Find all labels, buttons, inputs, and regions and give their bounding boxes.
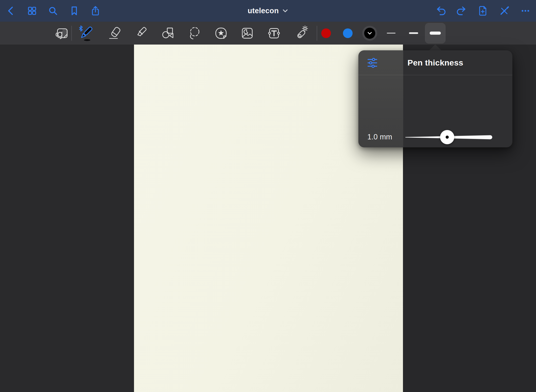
pen-tool-button[interactable]	[75, 23, 96, 44]
image-tool-button[interactable]	[237, 23, 258, 44]
highlighter-tool-button[interactable]	[130, 23, 151, 44]
chevron-down-icon	[367, 31, 372, 35]
stylus-disabled-button[interactable]	[496, 3, 512, 19]
pen-thickness-controls: 1.0 mm	[358, 75, 512, 123]
app-screen: utelecon	[0, 0, 536, 392]
thickness-thick-button-selected[interactable]	[425, 23, 446, 44]
zoom-window-icon	[54, 25, 70, 41]
search-icon	[48, 6, 58, 16]
pen-thickness-value: 1.0 mm	[367, 133, 392, 141]
lasso-icon	[187, 25, 202, 41]
popover-header: Pen thickness	[358, 50, 512, 75]
canvas-background-left	[0, 45, 134, 392]
medium-line-icon	[409, 32, 418, 34]
black-color-circle	[364, 28, 375, 39]
popover-arrow	[429, 44, 442, 51]
eraser-icon	[107, 25, 123, 41]
laser-pointer-icon	[293, 25, 309, 41]
redo-icon	[456, 5, 467, 16]
sticker-star-icon	[213, 25, 229, 41]
pen-icon	[77, 25, 94, 42]
text-icon	[266, 25, 282, 41]
image-icon	[239, 25, 255, 41]
highlighter-icon	[132, 25, 148, 41]
chevron-left-icon	[6, 6, 16, 16]
ellipsis-icon	[520, 5, 531, 16]
bookmark-button[interactable]	[67, 3, 82, 19]
pen-thickness-slider[interactable]	[405, 123, 496, 152]
slider-thumb-dot	[446, 136, 449, 139]
pointer-tool-button[interactable]	[290, 23, 311, 44]
color-swatch-black-selected[interactable]	[362, 26, 377, 41]
undo-button[interactable]	[433, 3, 448, 19]
toolbar-separator	[317, 26, 317, 41]
pen-crossed-icon	[499, 5, 510, 16]
share-button[interactable]	[88, 3, 103, 19]
nav-bar: utelecon	[0, 0, 536, 22]
page-thumbnails-button[interactable]	[24, 3, 40, 19]
shapes-icon	[159, 25, 175, 41]
text-tool-button[interactable]	[263, 23, 285, 44]
grid-icon	[27, 6, 37, 16]
chevron-down-icon	[282, 8, 288, 13]
add-page-button[interactable]	[475, 3, 491, 19]
redo-button[interactable]	[454, 3, 469, 19]
add-page-icon	[477, 5, 489, 16]
elements-tool-button[interactable]	[210, 23, 232, 44]
bookmark-icon	[69, 6, 80, 16]
color-swatch-red[interactable]	[321, 28, 331, 38]
thickness-medium-button[interactable]	[404, 23, 423, 44]
pen-thickness-popover: Pen thickness 1.0 mm	[358, 50, 512, 147]
share-icon	[90, 6, 101, 16]
tool-bar	[0, 22, 536, 45]
color-swatch-blue[interactable]	[343, 28, 353, 38]
lasso-tool-button[interactable]	[184, 23, 205, 44]
thick-line-icon	[430, 32, 441, 35]
undo-icon	[435, 5, 446, 16]
thin-line-icon	[387, 33, 395, 33]
slider-thumb[interactable]	[440, 130, 454, 144]
toolbar-separator	[71, 26, 72, 41]
search-button[interactable]	[45, 3, 61, 19]
document-title[interactable]: utelecon	[248, 7, 288, 15]
document-title-label: utelecon	[248, 7, 279, 15]
shapes-tool-button[interactable]	[156, 23, 178, 44]
back-button[interactable]	[3, 3, 19, 19]
zoom-window-tool-button[interactable]	[52, 23, 73, 44]
eraser-tool-button[interactable]	[104, 23, 126, 44]
thickness-thin-button[interactable]	[382, 23, 401, 44]
popover-title: Pen thickness	[358, 50, 512, 75]
more-button[interactable]	[518, 3, 533, 19]
